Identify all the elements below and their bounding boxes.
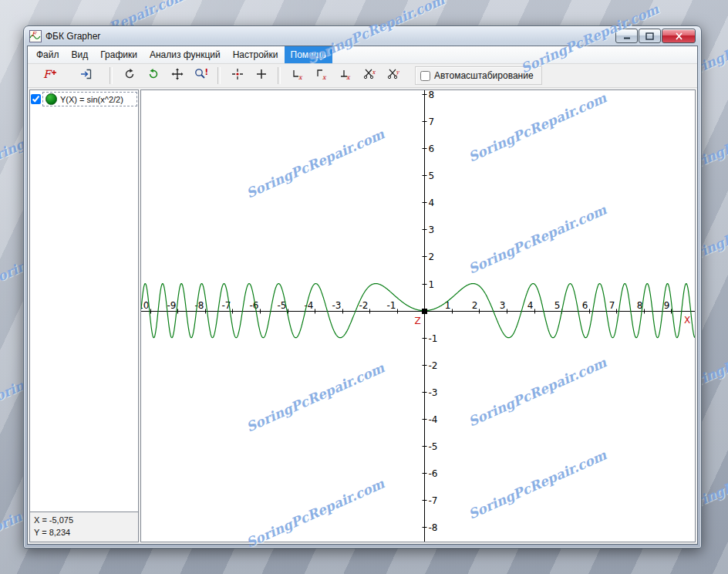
window-controls — [615, 29, 696, 43]
svg-text:3: 3 — [500, 300, 506, 311]
svg-text:-8: -8 — [429, 522, 438, 533]
svg-text:x: x — [372, 69, 376, 76]
main-content: Y(X) = sin(x^2/2) X =-5,075 Y =8,234 -10… — [28, 88, 697, 544]
menu-item-settings[interactable]: Настройки — [227, 46, 285, 63]
bracket-x-icon: x — [292, 68, 304, 83]
maximize-button[interactable] — [639, 29, 661, 43]
svg-text:-7: -7 — [429, 495, 438, 506]
svg-text:1: 1 — [429, 279, 435, 290]
svg-text:-8: -8 — [195, 300, 204, 311]
scissors-y-icon: y — [387, 68, 399, 83]
plot-canvas[interactable]: -10-9-8-7-6-5-4-3-2-1123456789-8-7-6-5-4… — [141, 90, 695, 542]
plot-area[interactable]: -10-9-8-7-6-5-4-3-2-1123456789-8-7-6-5-4… — [140, 89, 696, 542]
bracket-x2-icon: x — [315, 68, 328, 83]
function-panel: Y(X) = sin(x^2/2) X =-5,075 Y =8,234 — [29, 89, 139, 542]
refresh-green-icon — [147, 68, 160, 83]
crosshair-icon — [255, 68, 268, 83]
zoom-exclaim-icon: ! — [194, 68, 208, 83]
crosshair-button[interactable] — [250, 66, 272, 86]
close-button[interactable] — [662, 29, 696, 43]
desktop: SoringPcRepair.com SoringPcRepair.com So… — [0, 0, 728, 574]
minimize-button[interactable] — [615, 29, 638, 43]
svg-text:-2: -2 — [429, 360, 438, 371]
menu-item-view[interactable]: Вид — [66, 46, 95, 63]
svg-text:F: F — [43, 68, 52, 80]
svg-text:8: 8 — [429, 90, 435, 100]
coordinate-x: X =-5,075 — [34, 515, 134, 527]
menu-item-file[interactable]: Файл — [30, 46, 66, 63]
svg-text:-3: -3 — [429, 387, 438, 398]
scissors-button-2[interactable]: y — [382, 66, 404, 86]
axis-limit-button-3[interactable]: x — [334, 66, 356, 86]
svg-text:-9: -9 — [167, 300, 177, 311]
refresh-button[interactable] — [142, 66, 164, 86]
zoom-mode-button[interactable]: ! — [190, 66, 212, 86]
coordinate-y: Y =8,234 — [34, 527, 134, 539]
axis-limit-button-2[interactable]: x — [310, 66, 332, 86]
svg-text:3: 3 — [429, 225, 435, 235]
add-function-button[interactable]: F — [32, 66, 67, 86]
autoscale-label: Автомасштабирование — [434, 70, 534, 81]
bracket-x3-icon: x — [339, 68, 352, 83]
coordinates-readout: X =-5,075 Y =8,234 — [30, 512, 138, 542]
center-origin-button[interactable] — [226, 66, 248, 86]
svg-text:-1: -1 — [429, 333, 438, 344]
svg-text:-3: -3 — [332, 300, 342, 311]
svg-text:4: 4 — [527, 300, 534, 311]
autoscale-checkbox-input[interactable] — [420, 71, 430, 81]
exit-icon — [80, 68, 93, 83]
function-visibility-checkbox[interactable] — [31, 94, 41, 104]
titlebar[interactable]: F ФБК Grapher — [24, 26, 701, 46]
client-area: Файл Вид Графики Анализ функций Настройк… — [27, 46, 698, 545]
svg-text:-4: -4 — [429, 414, 438, 425]
toolbar: F — [28, 64, 697, 88]
svg-text:6: 6 — [582, 300, 588, 311]
toolbar-separator — [217, 67, 221, 84]
svg-text:4: 4 — [429, 198, 435, 208]
app-window: F ФБК Grapher Файл Вид Граф — [23, 25, 702, 549]
autoscale-checkbox[interactable]: Автомасштабирование — [415, 66, 542, 85]
svg-text:-5: -5 — [429, 441, 438, 452]
svg-text:Z: Z — [415, 316, 421, 326]
svg-text:-2: -2 — [359, 300, 369, 311]
scissors-x-icon: x — [363, 68, 376, 83]
function-entry[interactable]: Y(X) = sin(x^2/2) — [42, 92, 137, 106]
svg-text:x: x — [346, 74, 351, 80]
svg-text:X: X — [684, 315, 690, 326]
svg-text:9: 9 — [664, 300, 670, 311]
menu-item-help[interactable]: Помощь — [285, 46, 332, 63]
svg-text:x: x — [322, 74, 327, 80]
axis-limit-button-1[interactable]: x — [286, 66, 308, 86]
move-mode-button[interactable] — [166, 66, 188, 86]
menubar: Файл Вид Графики Анализ функций Настройк… — [28, 46, 697, 64]
window-title: ФБК Grapher — [46, 31, 100, 42]
menu-item-graphs[interactable]: Графики — [94, 46, 143, 63]
center-origin-icon — [231, 68, 244, 83]
svg-text:-6: -6 — [429, 468, 438, 479]
toolbar-separator — [110, 67, 113, 84]
app-icon: F — [29, 30, 42, 42]
redraw-button[interactable] — [118, 66, 140, 86]
scissors-button-1[interactable]: x — [358, 66, 380, 86]
svg-text:y: y — [395, 69, 399, 76]
svg-text:6: 6 — [429, 144, 435, 154]
svg-text:-1: -1 — [387, 300, 396, 311]
function-list-item[interactable]: Y(X) = sin(x^2/2) — [30, 90, 138, 108]
svg-text:!: ! — [204, 68, 208, 76]
function-color-swatch[interactable] — [46, 93, 57, 105]
svg-text:7: 7 — [429, 116, 435, 127]
exit-button[interactable] — [69, 66, 104, 86]
toolbar-separator — [278, 67, 281, 84]
menu-item-analysis[interactable]: Анализ функций — [143, 46, 227, 63]
move-icon — [171, 68, 184, 83]
svg-text:5: 5 — [554, 300, 561, 311]
add-function-icon: F — [42, 68, 57, 83]
svg-text:2: 2 — [429, 252, 435, 262]
svg-text:x: x — [298, 74, 303, 80]
function-label: Y(X) = sin(x^2/2) — [60, 95, 123, 104]
svg-text:5: 5 — [429, 171, 435, 181]
svg-text:7: 7 — [609, 300, 615, 311]
svg-text:2: 2 — [472, 300, 478, 311]
redraw-icon — [123, 68, 136, 83]
